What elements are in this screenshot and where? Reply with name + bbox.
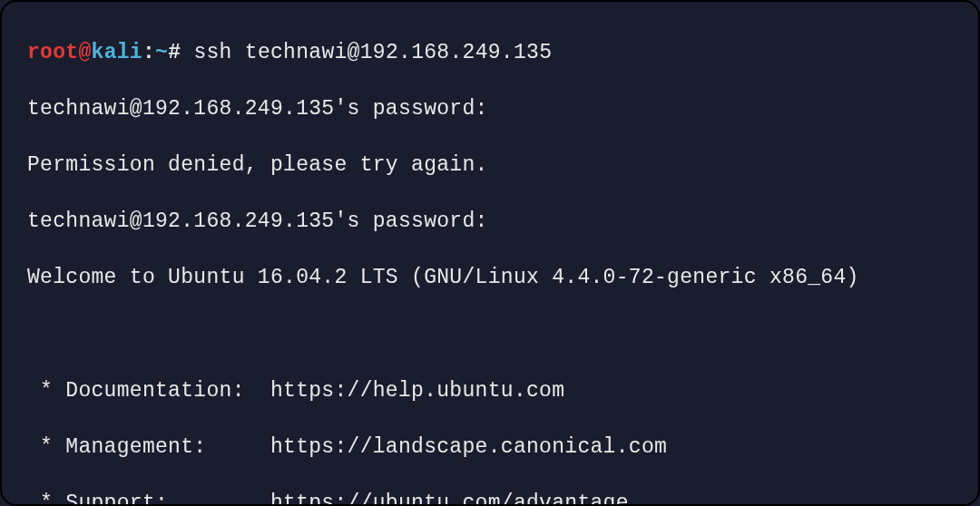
output-welcome: Welcome to Ubuntu 16.04.2 LTS (GNU/Linux… xyxy=(27,264,953,292)
output-support: * Support: https://ubuntu.com/advantage xyxy=(27,490,953,506)
output-mgmt: * Management: https://landscape.canonica… xyxy=(27,433,953,462)
output-blank xyxy=(27,321,953,349)
output-doc: * Documentation: https://help.ubuntu.com xyxy=(27,377,953,405)
prompt-path: ~ xyxy=(155,41,168,64)
prompt-sep: @ xyxy=(78,41,91,64)
output-password-2: technawi@192.168.249.135's password: xyxy=(27,208,953,236)
output-password-1: technawi@192.168.249.135's password: xyxy=(27,95,953,123)
command-text: ssh technawi@192.168.249.135 xyxy=(193,41,552,64)
prompt-symbol: # xyxy=(168,41,181,64)
prompt-host: kali xyxy=(92,41,142,64)
terminal-window[interactable]: root@kali:~# ssh technawi@192.168.249.13… xyxy=(2,2,978,506)
output-denied: Permission denied, please try again. xyxy=(27,151,953,180)
prompt-line-1: root@kali:~# ssh technawi@192.168.249.13… xyxy=(27,39,953,67)
prompt-sep2: : xyxy=(142,41,155,64)
prompt-user: root xyxy=(27,41,78,64)
